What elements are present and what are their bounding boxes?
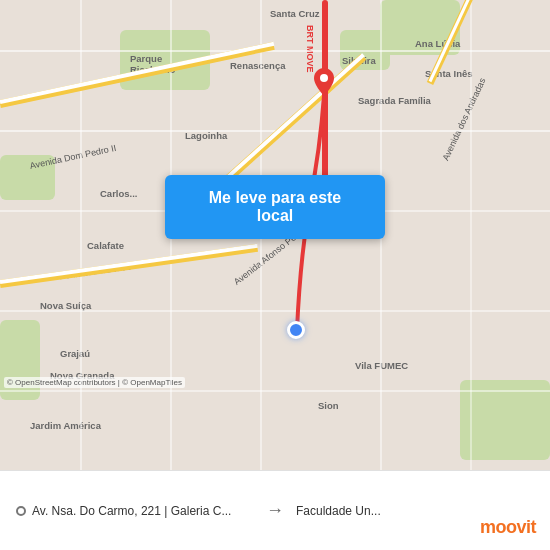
street-h4 xyxy=(0,310,550,312)
origin-dot xyxy=(16,506,26,516)
map-container: Avenida Dom Pedro II Avenida Amazonas Av… xyxy=(0,0,550,470)
navigate-banner[interactable]: Me leve para este local xyxy=(165,175,385,239)
street-v1 xyxy=(80,0,82,470)
moovit-wordmark: moovit xyxy=(480,517,536,538)
destination-text: Faculdade Un... xyxy=(296,504,381,518)
footer-bar: Av. Nsa. Do Carmo, 221 | Galeria C... → … xyxy=(0,470,550,550)
label-sion: Sion xyxy=(318,400,339,411)
label-santa-cruz: Santa Cruz xyxy=(270,8,320,19)
park-area-5 xyxy=(0,320,40,400)
brt-line xyxy=(322,0,328,200)
street-h5 xyxy=(0,390,550,392)
label-renascenca: Renascença xyxy=(230,60,285,71)
label-carlos: Carlos... xyxy=(100,188,138,199)
footer-origin: Av. Nsa. Do Carmo, 221 | Galeria C... xyxy=(16,504,254,518)
moovit-logo: moovit xyxy=(480,517,536,538)
label-brt: BRT MOVE xyxy=(305,25,315,73)
origin-text: Av. Nsa. Do Carmo, 221 | Galeria C... xyxy=(32,504,231,518)
current-location-dot xyxy=(287,321,305,339)
label-grajau: Grajaú xyxy=(60,348,90,359)
label-calafate: Calafate xyxy=(87,240,124,251)
label-jardim-america: Jardim América xyxy=(30,420,101,431)
street-h1 xyxy=(0,50,550,52)
destination-marker xyxy=(313,68,335,96)
street-v5 xyxy=(470,0,472,470)
footer-arrow-icon: → xyxy=(262,500,288,521)
park-area-4 xyxy=(460,380,550,460)
map-attribution: © OpenStreetMap contributors | © OpenMap… xyxy=(4,377,185,388)
svg-point-0 xyxy=(320,74,328,82)
footer-destination: Faculdade Un... xyxy=(296,504,534,518)
label-sagrada-familia: Sagrada Família xyxy=(358,95,431,106)
